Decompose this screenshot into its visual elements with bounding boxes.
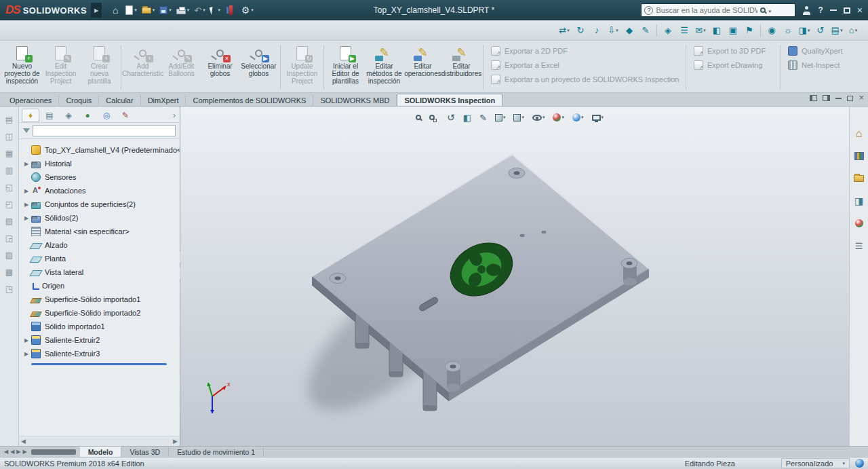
configurationmanager-tab[interactable]: ◈ (60, 109, 77, 122)
previous-view-icon[interactable] (446, 111, 456, 124)
design-library-icon[interactable] (852, 149, 866, 163)
apply-scene-icon[interactable] (571, 111, 585, 124)
tree-item-saliente-extruir2[interactable]: Saliente-Extruir2 (22, 333, 180, 347)
tab-dimxpert[interactable]: DimXpert (141, 94, 186, 106)
solidworks-resources-icon[interactable] (852, 127, 866, 140)
appearances-scenes-icon[interactable] (852, 217, 866, 230)
tree-item-conjuntos-de-superficies[interactable]: Conjuntos de superficies(2) (22, 198, 180, 211)
scroll-left-icon[interactable]: ◀ (21, 438, 26, 445)
featuremanager-tree-tab[interactable]: ♦ (22, 109, 39, 122)
qualityxpert-button[interactable]: QualityXpert (788, 46, 852, 56)
pane-left-icon[interactable] (810, 95, 817, 101)
tree-root-part[interactable]: Top_XY_clamshell_V4 (Predeterminado<< (22, 143, 180, 157)
view-tool-icon[interactable]: ▨ (5, 250, 13, 260)
print-icon[interactable] (175, 3, 191, 18)
display-style-icon[interactable] (494, 111, 507, 124)
toolbar-icon[interactable]: ⌂ (845, 22, 861, 39)
edit-inspection-project-button[interactable]: ✎ Edit Inspection Project (41, 42, 80, 92)
tree-item-alzado[interactable]: Alzado (22, 238, 180, 252)
doc-close-button[interactable] (859, 94, 864, 102)
splitter-thumb[interactable] (31, 449, 76, 455)
custom-properties-icon[interactable] (852, 239, 866, 252)
tab-scroll-last-icon[interactable]: ▶ (22, 449, 26, 455)
toolbar-icon[interactable]: ☼ (780, 22, 796, 39)
tree-item-superficie-solido-importado2[interactable]: Superficie-Sólido importado2 (22, 306, 180, 320)
toolbar-icon[interactable]: ▣ (725, 22, 741, 39)
view-tool-icon[interactable]: ▩ (5, 267, 13, 277)
view-tool-icon[interactable]: ◰ (5, 200, 13, 209)
new-inspection-project-button[interactable]: + Nuevo proyecto de inspección (3, 42, 41, 92)
edit-appearance-icon[interactable] (551, 111, 566, 124)
scroll-right-icon[interactable]: ▶ (173, 438, 178, 445)
tab-vistas-3d[interactable]: Vistas 3D (121, 447, 169, 457)
tree-item-superficie-solido-importado1[interactable]: Superficie-Sólido importado1 (22, 293, 180, 306)
edit-inspection-methods-button[interactable]: Editar métodos de inspección (365, 42, 403, 92)
export-inspection-project-button[interactable]: Exportar a un proyecto de SOLIDWORKS Ins… (491, 75, 679, 84)
tree-item-saliente-extruir3[interactable]: Saliente-Extruir3 (22, 347, 180, 360)
expand-arrow-icon[interactable] (22, 202, 31, 208)
toolbar-icon[interactable]: ⇩ (605, 22, 621, 39)
tree-item-vista-lateral[interactable]: Vista lateral (22, 265, 180, 279)
user-login-icon[interactable] (802, 6, 811, 15)
close-button[interactable]: × (857, 6, 863, 14)
displaymanager-tab[interactable]: ◎ (98, 109, 115, 122)
tab-estudio-de-movimiento-1[interactable]: Estudio de movimiento 1 (169, 447, 264, 457)
tab-croquis[interactable]: Croquis (59, 94, 99, 106)
toolbar-icon[interactable]: ↻ (572, 22, 589, 39)
tree-item-sensores[interactable]: Sensores (22, 170, 180, 184)
create-new-template-button[interactable]: + Crear nueva plantilla (80, 42, 119, 92)
select-balloons-button[interactable]: ▶ Seleccionar globos (239, 42, 278, 92)
toolbar-icon[interactable]: ✉ (692, 22, 709, 39)
toolbar-icon[interactable]: ♪ (589, 22, 605, 39)
update-inspection-project-button[interactable]: ↻ Update Inspection Project (283, 42, 321, 92)
toolbar-icon[interactable]: ◨ (796, 22, 812, 39)
view-settings-icon[interactable] (591, 111, 606, 124)
search-icon[interactable] (760, 7, 766, 13)
tree-item-historial[interactable]: Historial (22, 157, 180, 170)
save-icon[interactable] (158, 3, 173, 18)
dimxpertmanager-tab[interactable]: ● (79, 109, 96, 122)
export-3d-pdf-button[interactable]: Export to 3D PDF (694, 46, 774, 56)
tree-item-solido-importado1[interactable]: Sólido importado1 (22, 320, 180, 333)
propertymanager-tab[interactable]: ▤ (41, 109, 58, 122)
utilities-icon[interactable] (224, 3, 238, 18)
tab-modelo[interactable]: Modelo (80, 447, 122, 457)
add-characteristic-button[interactable]: + Add Characteristic (123, 42, 162, 92)
home-icon[interactable] (108, 3, 122, 18)
pane-right-icon[interactable] (823, 95, 830, 101)
hide-show-items-icon[interactable] (531, 111, 547, 124)
toolbar-icon[interactable]: ✎ (637, 22, 654, 39)
expand-arrow-icon[interactable] (22, 161, 31, 167)
toolbar-icon[interactable]: ◧ (709, 22, 725, 39)
search-scope-caret-icon[interactable] (768, 6, 771, 14)
zoom-to-fit-icon[interactable] (414, 111, 422, 124)
view-palette-icon[interactable] (852, 194, 866, 208)
expand-arrow-icon[interactable] (22, 351, 31, 357)
tab-scroll-left-icon[interactable]: ◀ (10, 449, 14, 455)
tree-item-anotaciones[interactable]: Anotaciones (22, 184, 180, 198)
section-view-icon[interactable] (462, 111, 473, 124)
net-inspect-button[interactable]: Net-Inspect (788, 60, 852, 70)
tree-item-solidos[interactable]: Sólidos(2) (22, 211, 180, 225)
add-edit-balloons-button[interactable]: ✎ Add/Edit Balloons (162, 42, 201, 92)
toolbar-icon[interactable]: ◆ (621, 22, 637, 39)
tab-solidworks-mbd[interactable]: SOLIDWORKS MBD (313, 94, 397, 106)
tree-item-planta[interactable]: Planta (22, 252, 180, 265)
sketch-visibility-icon[interactable] (478, 111, 488, 124)
toolbar-icon[interactable]: ▤ (829, 22, 845, 39)
tab-solidworks-inspection[interactable]: SOLIDWORKS Inspection (397, 94, 502, 106)
model-canvas[interactable] (180, 107, 849, 446)
inspection-tab[interactable]: ✎ (117, 109, 134, 122)
export-excel-button[interactable]: Exportar a Excel (491, 60, 679, 70)
view-tool-icon[interactable]: ◳ (5, 284, 13, 294)
view-tool-icon[interactable]: ◫ (5, 132, 13, 141)
start-template-editor-button[interactable]: ▶ Iniciar el Editor de plantillas (326, 42, 365, 92)
undo-icon[interactable] (193, 3, 206, 18)
tab-scroll-right-icon[interactable]: ▶ (16, 449, 20, 455)
edit-operations-button[interactable]: Editar operaciones (403, 42, 442, 92)
tab-complementos-de-solidworks[interactable]: Complementos de SOLIDWORKS (186, 94, 313, 106)
view-tool-icon[interactable]: ▥ (5, 166, 13, 175)
view-tool-icon[interactable]: ◱ (5, 183, 13, 192)
doc-minimize-button[interactable] (835, 98, 842, 99)
toolbar-icon[interactable]: ⚑ (741, 22, 757, 39)
